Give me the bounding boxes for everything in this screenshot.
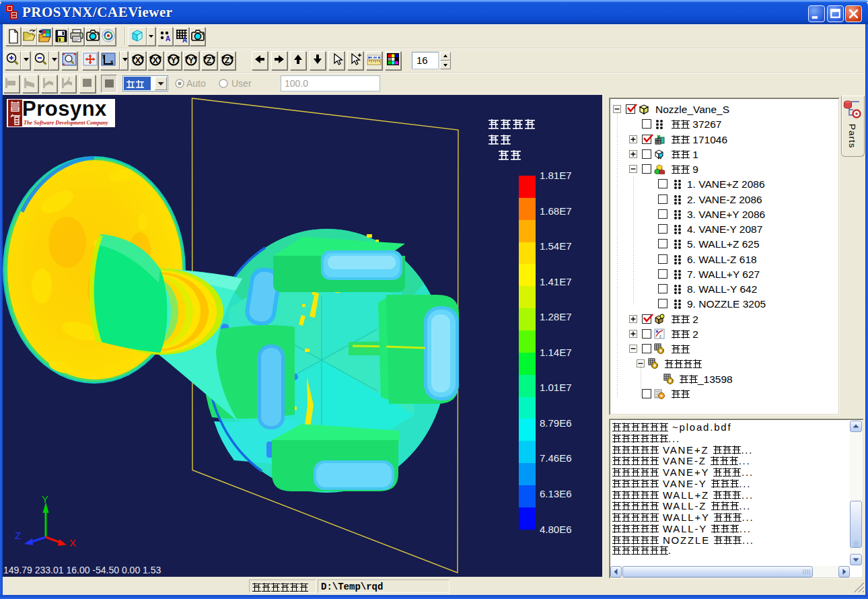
svg-text:X: X: [135, 56, 141, 65]
svg-text:Z: Z: [224, 56, 229, 65]
svg-text:x: x: [110, 59, 114, 65]
svg-text:Z: Z: [207, 56, 212, 65]
svg-text:Y: Y: [188, 56, 194, 65]
svg-text:149.79 233.01 16.00 -54.50 0.0: 149.79 233.01 16.00 -54.50 0.00 1.53: [3, 565, 161, 575]
svg-text:Z: Z: [15, 530, 21, 541]
svg-text:Y: Y: [170, 56, 176, 65]
svg-text:Y: Y: [42, 493, 48, 505]
svg-text:X: X: [153, 56, 159, 65]
svg-text:y: y: [102, 52, 106, 59]
svg-text:A: A: [182, 36, 187, 44]
svg-text:X: X: [69, 537, 76, 549]
svg-text:A: A: [166, 35, 170, 42]
